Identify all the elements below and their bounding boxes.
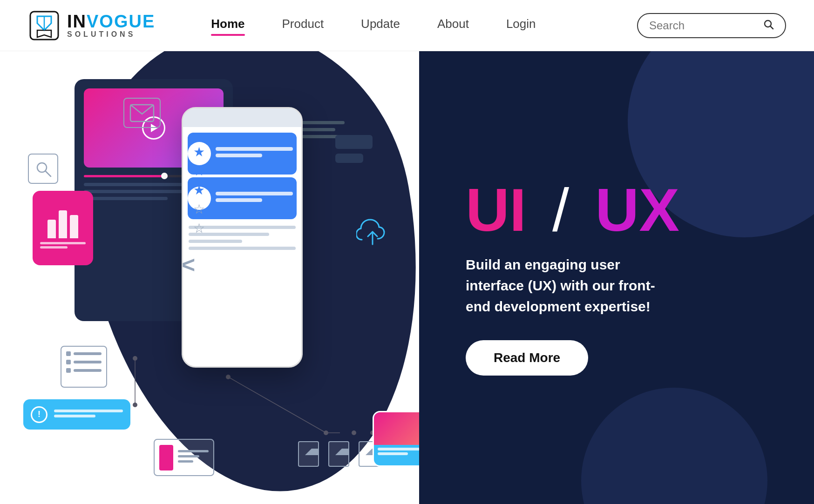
star-5: ☆ [193, 221, 205, 236]
card2-line-1 [216, 192, 293, 195]
bar-3 [70, 215, 78, 238]
main-content: < ★ ★ ★ ☆ ☆ ! [0, 51, 814, 504]
bar-chart [47, 206, 78, 238]
list-line-2 [74, 361, 102, 363]
logo-icon [28, 9, 61, 42]
list2-lines [178, 450, 209, 465]
logo-sub: SOLUTIONS [67, 30, 155, 39]
slider-thumb [161, 173, 168, 179]
svg-line-21 [46, 171, 51, 176]
star-1: ★ [193, 144, 205, 160]
stars-rating: ★ ★ ★ ☆ ☆ [193, 144, 205, 236]
search-input[interactable] [649, 19, 757, 32]
card-line-2 [216, 154, 262, 157]
img-line-2 [378, 452, 408, 455]
nav-item-about[interactable]: About [437, 17, 469, 34]
read-more-button[interactable]: Read More [466, 340, 588, 376]
svg-point-17 [133, 356, 137, 361]
card-lines [216, 147, 297, 160]
email-icon [123, 98, 161, 128]
list2-line-1 [178, 450, 209, 452]
list2-line-2 [178, 455, 199, 457]
header: INVOGUE SOLUTIONS Home Product Update Ab… [0, 0, 814, 51]
notif-line-2 [54, 415, 95, 417]
notif-lines [54, 410, 123, 420]
svg-marker-2 [37, 30, 51, 37]
card2-lines [216, 192, 297, 205]
widget-lines [40, 242, 86, 250]
hero-title-ui: UI [466, 176, 526, 244]
logo: INVOGUE SOLUTIONS [28, 9, 155, 42]
small-box-2 [335, 154, 363, 163]
notification-widget: ! [23, 399, 130, 430]
right-blob-2 [581, 388, 767, 504]
nav-item-login[interactable]: Login [506, 17, 536, 34]
screen-line-3 [84, 197, 168, 200]
doc-icon-1 [298, 441, 319, 467]
svg-point-14 [352, 430, 356, 435]
hero-title-slash: / [536, 176, 586, 244]
card2-line-2 [216, 198, 262, 202]
logo-text: INVOGUE SOLUTIONS [67, 13, 155, 39]
img-line-1 [378, 448, 419, 450]
svg-point-11 [226, 375, 231, 379]
svg-point-20 [37, 163, 47, 172]
cloud-upload-icon [354, 219, 391, 251]
bar-2 [59, 210, 67, 238]
list-widget-2 [154, 439, 214, 476]
search-widget-icon [28, 154, 58, 184]
hero-title-ux: UX [595, 176, 679, 244]
list-widget [61, 346, 107, 388]
screen-line-2 [84, 190, 189, 193]
nav-item-product[interactable]: Product [282, 17, 324, 34]
small-box-1 [335, 135, 373, 149]
card-line-1 [216, 147, 293, 151]
star-2: ★ [193, 163, 205, 179]
list-line-3 [74, 369, 102, 372]
bar-line-2 [40, 246, 68, 249]
notif-icon: ! [31, 406, 47, 423]
bar-line-1 [40, 242, 86, 244]
phone-header [183, 108, 301, 127]
phone-line-3 [189, 240, 242, 243]
hero-description: Build an engaging user interface (UX) wi… [466, 254, 675, 317]
main-nav: Home Product Update About Login [211, 17, 637, 34]
notif-line-1 [54, 410, 123, 412]
list2-line-3 [178, 460, 193, 463]
image-card-lines [374, 445, 419, 460]
list-line-1 [74, 352, 102, 355]
doc-icon-2 [328, 441, 349, 467]
svg-point-18 [133, 403, 137, 407]
hero-title: UI / UX [466, 180, 767, 240]
small-boxes [335, 135, 373, 163]
right-side: UI / UX Build an engaging user interface… [419, 51, 814, 504]
star-4: ☆ [193, 202, 205, 217]
stats-widget [33, 191, 93, 265]
phone-line-4 [189, 247, 296, 250]
arrow-left-icon: < [182, 251, 195, 278]
left-side: < ★ ★ ★ ☆ ☆ ! [0, 51, 419, 504]
svg-line-5 [771, 26, 773, 29]
doc-icons [298, 441, 380, 467]
list2-box [159, 445, 173, 470]
svg-point-12 [324, 430, 328, 435]
logo-name: INVOGUE [67, 13, 155, 30]
illustration: < ★ ★ ★ ☆ ☆ ! [0, 51, 419, 504]
svg-line-10 [228, 377, 326, 433]
search-icon[interactable] [763, 19, 774, 33]
nav-item-update[interactable]: Update [361, 17, 400, 34]
bar-1 [47, 220, 56, 238]
search-bar[interactable] [637, 13, 786, 38]
slider-fill [84, 175, 168, 177]
image-card [373, 411, 419, 467]
image-card-visual [374, 412, 419, 445]
star-3: ★ [193, 182, 205, 198]
nav-item-home[interactable]: Home [211, 17, 244, 34]
